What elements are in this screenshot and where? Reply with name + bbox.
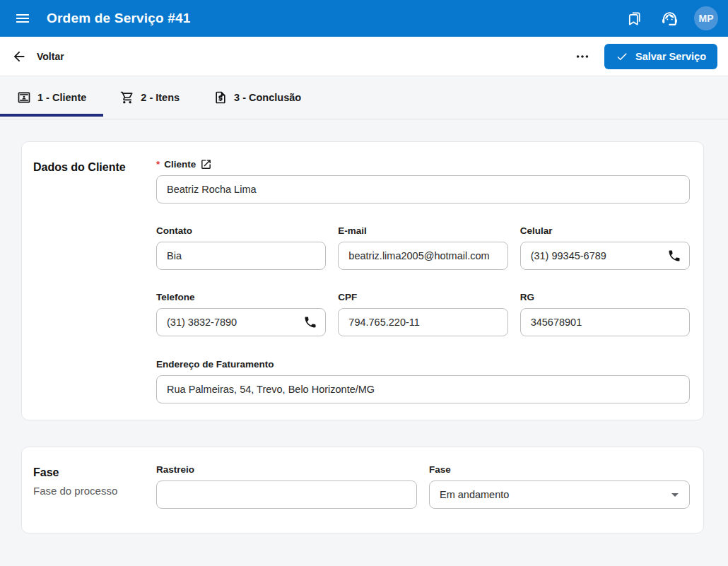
endereco-label: Endereço de Faturamento — [156, 359, 274, 370]
cpf-label: CPF — [338, 292, 357, 302]
telefone-label: Telefone — [156, 292, 195, 302]
check-icon — [616, 50, 628, 63]
save-service-button[interactable]: Salvar Serviço — [604, 44, 717, 69]
contact-row: Contato E-mail Celular — [156, 224, 690, 270]
cliente-input[interactable] — [156, 175, 690, 204]
dropdown-arrow-icon — [667, 486, 683, 503]
field-cliente: * Cliente — [156, 158, 690, 204]
fase-card-subtitle: Fase do processo — [33, 483, 118, 500]
back-label: Voltar — [37, 51, 64, 62]
celular-label: Celular — [520, 225, 553, 236]
rg-label: RG — [520, 292, 534, 302]
wizard-tabs: 1 - Cliente 2 - Itens 3 - Conclusão — [0, 76, 728, 119]
fase-select[interactable]: Em andamento — [429, 480, 690, 509]
field-fase: Fase Em andamento — [429, 463, 690, 509]
tab-label: 2 - Itens — [141, 92, 180, 103]
telefone-input[interactable] — [156, 308, 326, 336]
rastreio-label: Rastreio — [156, 464, 194, 475]
field-email: E-mail — [338, 224, 507, 270]
celular-input[interactable] — [520, 242, 690, 270]
email-input[interactable] — [338, 242, 507, 270]
contact-card-icon — [17, 90, 31, 105]
phone-icon[interactable] — [667, 249, 681, 263]
email-label: E-mail — [338, 225, 367, 236]
field-telefone: Telefone — [156, 290, 326, 336]
bookmarks-icon — [626, 11, 642, 27]
fase-card: Fase Fase do processo Rastreio Fase Em a… — [21, 447, 704, 533]
phone-icon[interactable] — [303, 315, 317, 329]
field-celular: Celular — [520, 224, 690, 270]
menu-button[interactable] — [11, 7, 34, 30]
fase-fields: Rastreio Fase Em andamento — [156, 463, 690, 509]
page-title: Ordem de Serviço #41 — [47, 11, 191, 26]
back-button[interactable]: Voltar — [11, 49, 64, 64]
rg-input[interactable] — [520, 308, 690, 336]
app-bar-actions: MP — [623, 6, 718, 30]
fase-label: Fase — [429, 464, 451, 475]
field-cpf: CPF — [338, 290, 507, 336]
tab-label: 3 - Conclusão — [234, 92, 301, 103]
customer-fields: * Cliente Contato E-mail Celu — [156, 158, 690, 403]
action-toolbar: Voltar Salvar Serviço — [0, 37, 728, 76]
back-arrow-icon — [11, 49, 27, 64]
tab-cliente[interactable]: 1 - Cliente — [0, 76, 103, 119]
rastreio-input[interactable] — [156, 480, 417, 509]
field-contato: Contato — [156, 224, 326, 270]
tab-label: 1 - Cliente — [37, 92, 86, 103]
user-avatar[interactable]: MP — [694, 6, 718, 30]
field-rg: RG — [520, 290, 690, 336]
fase-card-title: Fase — [33, 463, 132, 483]
menu-icon — [14, 10, 31, 27]
contato-input[interactable] — [156, 242, 326, 270]
tab-conclusao[interactable]: 3 - Conclusão — [196, 76, 318, 119]
field-rastreio: Rastreio — [156, 463, 417, 509]
documents-row: Telefone CPF RG — [156, 290, 690, 336]
contato-label: Contato — [156, 225, 192, 236]
customer-card-title: Dados do Cliente — [33, 158, 132, 403]
cliente-label: Cliente — [164, 159, 196, 170]
bookmarks-button[interactable] — [623, 8, 645, 30]
more-options-button[interactable] — [572, 46, 593, 67]
customer-data-card: Dados do Cliente * Cliente Contato E — [21, 141, 704, 420]
support-agent-button[interactable] — [658, 7, 681, 30]
save-label: Salvar Serviço — [635, 51, 706, 62]
cpf-input[interactable] — [338, 308, 507, 336]
tab-itens[interactable]: 2 - Itens — [103, 76, 196, 119]
field-endereco: Endereço de Faturamento — [156, 358, 690, 403]
support-agent-icon — [661, 10, 679, 28]
request-quote-icon — [213, 90, 228, 105]
main-content: Dados do Cliente * Cliente Contato E — [0, 119, 728, 533]
app-bar: Ordem de Serviço #41 MP — [0, 0, 728, 37]
fase-selected-value: Em andamento — [440, 489, 509, 500]
required-mark: * — [156, 159, 160, 170]
shopping-cart-icon — [120, 90, 134, 105]
endereco-input[interactable] — [156, 375, 690, 403]
more-horiz-icon — [575, 49, 590, 64]
fase-card-heading: Fase Fase do processo — [33, 463, 156, 509]
open-in-new-icon[interactable] — [200, 158, 212, 170]
